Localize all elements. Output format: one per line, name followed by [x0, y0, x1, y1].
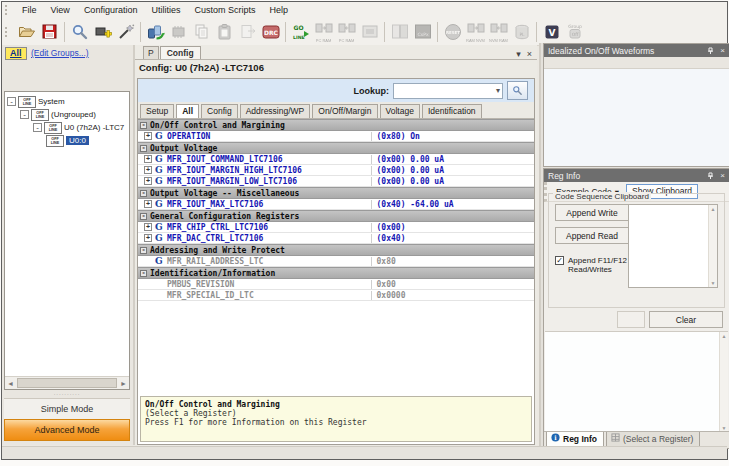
append-write-button[interactable]: Append Write — [555, 204, 629, 221]
section-header-identification-information[interactable]: -Identification/Information — [138, 267, 534, 279]
menu-item-file[interactable]: File — [15, 4, 44, 17]
filter-tabs: SetupAllConfigAddressing/WPOn/Off/Margin… — [138, 102, 534, 119]
section-header-on-off-control-and-margining[interactable]: -On/Off Control and Margining — [138, 119, 534, 131]
section-header-addressing-and-write-protect[interactable]: -Addressing and Write Protect — [138, 244, 534, 256]
filter-tab-identification[interactable]: Identification — [422, 104, 482, 118]
vertical-button[interactable]: V — [541, 20, 562, 43]
tree-node-system[interactable]: -OFFLINESystem — [7, 95, 129, 108]
register-row-mfr-iout-max-ltc7106[interactable]: +GMFR_IOUT_MAX_LTC7106(0x40) -64.00 uA — [138, 199, 534, 210]
svg-text:PL: PL — [519, 32, 525, 37]
filter-tab-addressing-wp[interactable]: Addressing/WP — [240, 104, 311, 118]
advanced-mode-button[interactable]: Advanced Mode — [4, 419, 130, 441]
scroll-right-icon[interactable]: ► — [118, 380, 129, 387]
save-button[interactable] — [39, 20, 60, 43]
panel-splitter[interactable]: .......... — [4, 391, 130, 397]
register-row-mfr-special-id-ltc[interactable]: +GMFR_SPECIAL_ID_LTC0x0000 — [138, 290, 534, 301]
filter-tab-config[interactable]: Config — [201, 104, 238, 118]
tab-config[interactable]: Config — [160, 46, 201, 59]
chevron-down-icon[interactable]: ▾ — [494, 86, 502, 95]
go-online-button[interactable]: GOLINE — [290, 20, 311, 43]
pin-icon[interactable] — [707, 172, 715, 180]
tree-expand-icon[interactable]: - — [7, 97, 16, 106]
append-f11-f12-option[interactable]: ✓ Append F11/F12 Read/Writes — [555, 256, 633, 274]
tree-expand-icon[interactable]: - — [33, 123, 42, 132]
scrollbar-thumb[interactable] — [17, 378, 117, 388]
add-chip-button[interactable] — [92, 20, 113, 43]
collapse-icon[interactable]: - — [140, 270, 147, 277]
search-button[interactable] — [69, 20, 90, 43]
offline-status-icon: OFFLINE — [46, 135, 64, 147]
register-row-mfr-dac-ctrl-ltc7106[interactable]: +GMFR_DAC_CTRL_LTC7106(0x40) — [138, 233, 534, 244]
scroll-left-icon[interactable]: ◄ — [5, 380, 16, 387]
expand-icon[interactable]: + — [144, 166, 152, 174]
tree-node-ungrouped[interactable]: -OFFLINE(Ungrouped) — [7, 108, 129, 121]
register-row-mfr-rail-address-ltc[interactable]: +GMFR_RAIL_ADDRESS_LTC0x80 — [138, 256, 534, 267]
append-read-button[interactable]: Append Read — [555, 227, 629, 244]
open-file-button[interactable] — [16, 20, 37, 43]
collapse-icon[interactable]: - — [140, 247, 147, 254]
register-row-mfr-iout-margin-low-ltc7106[interactable]: +GMFR_IOUT_MARGIN_LOW_LTC7106(0x00) 0.00… — [138, 176, 534, 187]
tree-expand-icon[interactable]: - — [20, 110, 29, 119]
pin-icon[interactable] — [707, 47, 715, 55]
lookup-combobox[interactable]: ▾ — [393, 83, 503, 99]
menu-item-utilities[interactable]: Utilities — [144, 4, 187, 17]
bottom-tab-reg-info[interactable]: iReg Info — [546, 432, 604, 447]
close-icon[interactable]: × — [720, 171, 725, 180]
register-name: MFR_DAC_CTRL_LTC7106 — [167, 234, 263, 243]
clipboard-textarea[interactable]: ▲▼ — [628, 204, 718, 288]
collapse-icon[interactable]: - — [140, 145, 147, 152]
tree-node-u0-7h2a-ltc7[interactable]: -OFFLINEU0 (7h2A) -LTC7 — [7, 121, 129, 134]
lookup-search-button[interactable] — [507, 81, 528, 100]
tree-horizontal-scrollbar[interactable]: ◄ ► — [5, 376, 129, 389]
filter-tab-voltage[interactable]: Voltage — [380, 104, 420, 118]
menu-item-help[interactable]: Help — [262, 4, 295, 17]
menu-item-view[interactable]: View — [44, 4, 77, 17]
chevron-down-icon[interactable]: ▾ — [516, 49, 521, 59]
simple-mode-button[interactable]: Simple Mode — [4, 398, 130, 420]
menu-item-configuration[interactable]: Configuration — [77, 4, 145, 17]
expand-icon[interactable]: + — [144, 132, 152, 140]
textarea-scrollbar[interactable]: ▲▼ — [708, 205, 717, 287]
group-tab-all[interactable]: All — [5, 47, 27, 60]
menu-item-custom-scripts[interactable]: Custom Scripts — [187, 4, 262, 17]
verify-system-button[interactable] — [145, 20, 166, 43]
append-checkbox[interactable]: ✓ — [555, 256, 564, 265]
tab-p[interactable]: P — [143, 46, 159, 59]
scroll-down-icon[interactable]: ▼ — [711, 280, 716, 286]
scroll-up-icon[interactable]: ▲ — [722, 333, 727, 339]
expand-icon[interactable]: + — [144, 234, 152, 242]
wizard-button[interactable] — [115, 20, 136, 43]
filter-tab-on-off-margin[interactable]: On/Off/Margin — [312, 104, 377, 118]
filter-tab-setup[interactable]: Setup — [140, 104, 174, 118]
close-icon[interactable]: × — [527, 49, 532, 59]
register-name-cell: +GMFR_IOUT_MARGIN_LOW_LTC7106 — [138, 177, 371, 186]
collapse-icon[interactable]: - — [140, 213, 147, 220]
filter-tab-all[interactable]: All — [176, 104, 199, 118]
section-header-output-voltage-miscellaneous[interactable]: -Output Voltage -- Miscellaneous — [138, 187, 534, 199]
reg-info-title: Reg Info — [548, 171, 580, 181]
edit-groups-link[interactable]: (Edit Groups...) — [31, 48, 89, 58]
drc-button[interactable]: DRC — [260, 20, 281, 43]
collapse-icon[interactable]: - — [140, 122, 147, 129]
bottom-tab-select-a-register[interactable]: (Select a Register) — [606, 432, 700, 447]
tree-node-u0-0[interactable]: OFFLINEU0:0 — [7, 134, 129, 147]
register-row-mfr-chip-ctrl-ltc7106[interactable]: +GMFR_CHIP_CTRL_LTC7106(0x00) — [138, 222, 534, 233]
expand-icon[interactable]: + — [144, 155, 152, 163]
expand-icon[interactable]: + — [144, 177, 152, 185]
register-row-mfr-iout-margin-high-ltc7106[interactable]: +GMFR_IOUT_MARGIN_HIGH_LTC7106(0x00) 0.0… — [138, 165, 534, 176]
reg-info-scrollbar[interactable]: ▲▼ — [719, 332, 728, 432]
section-header-output-voltage[interactable]: -Output Voltage — [138, 142, 534, 154]
expand-icon[interactable]: + — [144, 223, 152, 231]
collapse-icon[interactable]: - — [140, 190, 147, 197]
section-title: General Configuration Registers — [150, 212, 299, 221]
clear-button[interactable]: Clear — [649, 311, 723, 328]
register-row-mfr-iout-command-ltc7106[interactable]: +GMFR_IOUT_COMMAND_LTC7106(0x00) 0.00 uA — [138, 154, 534, 165]
scroll-up-icon[interactable]: ▲ — [711, 206, 716, 212]
section-header-general-configuration-registers[interactable]: -General Configuration Registers — [138, 210, 534, 222]
expand-icon[interactable]: + — [144, 200, 152, 208]
bottom-tab-label: (Select a Register) — [623, 434, 693, 444]
close-icon[interactable]: × — [720, 46, 725, 55]
register-row-operation[interactable]: +GOPERATION(0x80) On — [138, 131, 534, 142]
register-row-pmbus-revision[interactable]: +GPMBUS_REVISION0x00 — [138, 279, 534, 290]
global-register-icon: G — [155, 223, 163, 232]
